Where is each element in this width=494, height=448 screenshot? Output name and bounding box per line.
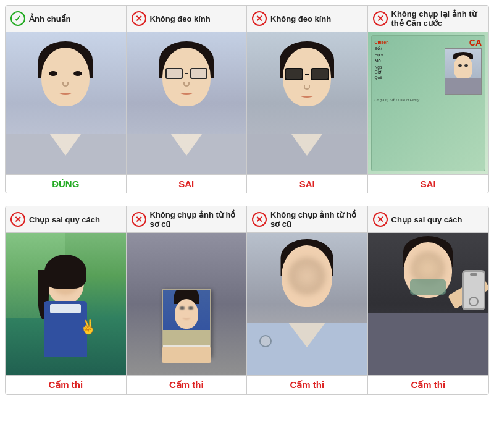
top-header-cell-3: ✕ Không đeo kính (247, 6, 368, 32)
bottom-image-cell-4 (368, 233, 489, 375)
glasses (165, 68, 207, 79)
blurred-face-2 (288, 258, 325, 295)
shirt (247, 134, 367, 174)
front-head (282, 245, 332, 307)
portrait-glasses (127, 32, 247, 174)
top-result-label-2: SAI (127, 175, 248, 193)
selfie-head (404, 242, 452, 298)
x-icon-3: ✕ (252, 11, 267, 26)
bottom-section: ✕ Chụp sai quy cách ✕ Không chụp ảnh từ … (5, 206, 489, 395)
bottom-header-cell-2: ✕ Không chụp ảnh từ hồ sơ cũ (127, 206, 248, 232)
bottom-image-cell-2 (127, 233, 248, 375)
old-head (175, 299, 198, 329)
x-icon-b2: ✕ (132, 212, 146, 227)
bottom-header-label-1: Chụp sai quy cách (29, 215, 100, 224)
top-result-label-1: ĐÚNG (6, 175, 127, 193)
phone-button (469, 297, 479, 306)
glasses-bridge (185, 73, 188, 75)
id-card-photo (445, 48, 482, 95)
bottom-header-cell-1: ✕ Chụp sai quy cách (6, 206, 127, 232)
portrait-holding (127, 233, 247, 375)
x-icon-b4: ✕ (373, 212, 388, 227)
bottom-image-cell-1: ✌ (6, 233, 127, 375)
eye-left (49, 71, 57, 76)
front-collar (288, 323, 325, 347)
top-image-cell-3 (247, 32, 368, 174)
portrait-outdoor: ✌ (6, 233, 126, 375)
bottom-header-label-4: Chụp sai quy cách (391, 215, 463, 224)
glasses-lens-right (190, 68, 207, 79)
collar (171, 134, 202, 156)
id-citizen-label: Citizen (375, 40, 482, 44)
bottom-label-row: Cấm thi Cấm thi Cấm thi Cấm thi (6, 375, 488, 394)
top-header-label-1: Ảnh chuẩn (29, 14, 71, 23)
shirt (6, 134, 126, 174)
top-image-cell-4: CA Citizen Số / Họ (368, 32, 489, 174)
mouth (180, 91, 193, 95)
phone (462, 270, 485, 310)
outdoor-hair (44, 255, 86, 289)
x-icon-4: ✕ (373, 11, 388, 26)
nose (183, 82, 190, 87)
glasses-lens-left (165, 68, 183, 79)
top-result-label-4: SAI (368, 175, 489, 193)
bottom-result-label-1: Cấm thi (6, 376, 127, 394)
mouth (59, 91, 72, 95)
old-shirt (163, 330, 210, 345)
nose (62, 82, 69, 87)
bottom-header-row: ✕ Chụp sai quy cách ✕ Không chụp ảnh từ … (6, 206, 488, 233)
person-outdoor: ✌ (38, 258, 93, 375)
bottom-images-row: ✌ (6, 233, 488, 375)
top-header-row: ✓ Ảnh chuẩn ✕ Không đeo kính ✕ Không đeo… (6, 6, 488, 32)
sunglass-bridge (305, 74, 309, 75)
bottom-result-label-2: Cấm thi (127, 376, 248, 394)
portrait-selfie (368, 233, 489, 375)
id-expire-label: Có giá trị đến / Date of Expiry (375, 98, 482, 102)
nose (304, 85, 310, 90)
bottom-header-cell-4: ✕ Chụp sai quy cách (368, 206, 489, 232)
head (283, 48, 331, 106)
undershirt (50, 304, 81, 313)
top-header-label-3: Không đeo kính (270, 14, 331, 23)
bottom-header-cell-3: ✕ Không chụp ảnh từ hồ sơ cũ (247, 206, 368, 232)
sunglass-lens-left (285, 68, 303, 80)
top-result-label-3: SAI (247, 175, 368, 193)
top-header-cell-4: ✕ Không chụp lại ảnh từ thẻ Căn cước (368, 6, 489, 32)
shirt (127, 134, 247, 174)
bottom-result-label-4: Cấm thi (368, 376, 489, 394)
top-header-label-4: Không chụp lại ảnh từ thẻ Căn cước (391, 9, 484, 28)
mouth (301, 94, 313, 98)
top-images-row: CA Citizen Số / Họ (6, 32, 488, 174)
shirt-emblem (259, 335, 272, 347)
old-card-bg (163, 290, 210, 345)
eye-right (73, 71, 82, 76)
bottom-header-label-2: Không chụp ảnh từ hồ sơ cũ (150, 210, 242, 229)
top-label-row: ĐÚNG SAI SAI SAI (6, 174, 488, 193)
sunglass-lens-right (311, 68, 329, 80)
phone-camera (470, 273, 477, 276)
portrait-standard (6, 32, 126, 174)
id-card-background: CA Citizen Số / Họ (368, 32, 489, 174)
face-mask (410, 279, 446, 295)
id-card: CA Citizen Số / Họ (371, 35, 486, 171)
id-photo-shirt (445, 78, 481, 94)
x-icon-2: ✕ (132, 11, 146, 26)
hand-holding (162, 347, 211, 363)
bottom-result-label-3: Cấm thi (247, 376, 368, 394)
top-header-label-2: Không đeo kính (150, 14, 211, 23)
top-header-cell-1: ✓ Ảnh chuẩn (6, 6, 127, 32)
bottom-header-label-3: Không chụp ảnh từ hồ sơ cũ (270, 210, 362, 229)
top-header-cell-2: ✕ Không đeo kính (127, 6, 248, 32)
head (162, 48, 211, 106)
x-icon-b1: ✕ (10, 212, 25, 227)
check-icon-1: ✓ (10, 11, 25, 26)
top-image-cell-1 (6, 32, 127, 174)
portrait-front (247, 233, 367, 375)
front-shirt (247, 323, 367, 375)
hoodie (368, 313, 489, 375)
head (41, 48, 90, 106)
bottom-image-cell-3 (247, 233, 368, 375)
collar (291, 134, 322, 156)
collar (50, 134, 81, 156)
ca-text: CA (469, 38, 482, 48)
